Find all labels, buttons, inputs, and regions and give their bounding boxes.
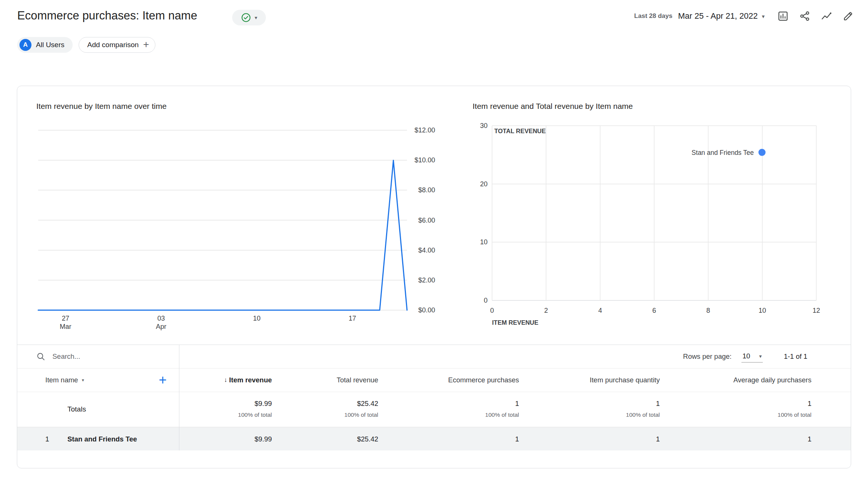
svg-text:4: 4 xyxy=(598,307,602,314)
column-header-ecommerce-purchases[interactable]: Ecommerce purchases xyxy=(448,368,519,392)
insights-icon xyxy=(821,10,832,22)
svg-text:Apr: Apr xyxy=(156,323,166,330)
table-totals-row: Totals $9.99100% of total $25.42100% of … xyxy=(17,392,851,427)
totals-cell-item-purchase-quantity: 1100% of total xyxy=(626,400,660,418)
plus-icon: + xyxy=(143,40,149,50)
column-header-item-revenue[interactable]: ↓ Item revenue xyxy=(224,368,272,392)
column-header-item-purchase-quantity[interactable]: Item purchase quantity xyxy=(590,368,660,392)
svg-text:ITEM REVENUE: ITEM REVENUE xyxy=(492,319,538,326)
sort-descending-icon: ↓ xyxy=(224,376,227,384)
dimension-header-label: Item name xyxy=(45,376,78,384)
svg-text:6: 6 xyxy=(652,307,656,314)
search-icon xyxy=(36,352,46,361)
svg-text:$4.00: $4.00 xyxy=(418,247,435,254)
svg-text:Stan and Friends Tee: Stan and Friends Tee xyxy=(692,149,754,156)
column-header-label: Ecommerce purchases xyxy=(448,376,519,384)
svg-text:$2.00: $2.00 xyxy=(418,276,435,284)
table-controls-row: Rows per page: 10 ▾ 1-1 of 1 xyxy=(17,345,851,369)
table-column-divider xyxy=(179,345,179,450)
comparison-bar: A All Users Add comparison + xyxy=(17,37,155,53)
add-comparison-button[interactable]: Add comparison + xyxy=(79,37,155,53)
check-circle-icon xyxy=(241,12,251,23)
row-cell-item-purchase-quantity: 1 xyxy=(656,427,660,451)
row-cell-item-revenue: $9.99 xyxy=(255,427,272,451)
totals-cell-total-revenue: $25.42100% of total xyxy=(345,400,378,418)
rows-per-page-select[interactable]: 10 ▾ xyxy=(741,351,763,363)
scatter-chart-title: Item revenue and Total revenue by Item n… xyxy=(473,102,633,111)
svg-text:8: 8 xyxy=(706,307,710,314)
column-header-total-revenue[interactable]: Total revenue xyxy=(337,368,378,392)
table-search xyxy=(36,345,154,368)
table-row[interactable]: 1 Stan and Friends Tee $9.99 $25.42 1 1 … xyxy=(17,427,851,450)
comparison-a-badge: A xyxy=(19,39,31,51)
svg-text:Mar: Mar xyxy=(60,323,72,330)
column-header-label: Item revenue xyxy=(229,376,272,384)
svg-text:0: 0 xyxy=(490,307,494,314)
svg-text:$6.00: $6.00 xyxy=(418,217,435,224)
rows-per-page-label: Rows per page: xyxy=(683,352,732,361)
svg-text:10: 10 xyxy=(480,238,488,246)
svg-text:20: 20 xyxy=(480,180,488,188)
data-table: Rows per page: 10 ▾ 1-1 of 1 Item name ▾… xyxy=(17,345,851,450)
page-title: Ecommerce purchases: Item name xyxy=(17,9,197,22)
column-header-item-name[interactable]: Item name ▾ xyxy=(45,368,84,392)
add-dimension-button[interactable]: + xyxy=(159,368,167,392)
chevron-down-icon: ▾ xyxy=(762,13,765,19)
column-header-label: Average daily purchasers xyxy=(734,376,811,384)
svg-text:$12.00: $12.00 xyxy=(415,126,435,134)
column-header-average-daily-purchasers[interactable]: Average daily purchasers xyxy=(734,368,811,392)
line-chart: $0.00$2.00$4.00$6.00$8.00$10.00$12.0027M… xyxy=(37,126,438,331)
row-item-name: Stan and Friends Tee xyxy=(67,427,137,451)
row-range: 1-1 of 1 xyxy=(784,352,807,361)
svg-text:10: 10 xyxy=(253,315,261,322)
share-button[interactable] xyxy=(794,7,816,25)
svg-text:TOTAL REVENUE: TOTAL REVENUE xyxy=(494,128,546,134)
totals-label: Totals xyxy=(67,392,86,427)
chevron-down-icon: ▾ xyxy=(255,15,257,20)
totals-cell-item-revenue: $9.99100% of total xyxy=(238,400,272,418)
date-range-picker[interactable]: Mar 25 - Apr 21, 2022 ▾ xyxy=(678,11,765,21)
svg-text:03: 03 xyxy=(157,315,165,322)
rows-per-page-value: 10 xyxy=(743,352,750,360)
line-chart-title: Item revenue by Item name over time xyxy=(36,102,167,111)
add-comparison-label: Add comparison xyxy=(87,41,139,49)
svg-text:30: 30 xyxy=(480,122,488,129)
svg-text:12: 12 xyxy=(813,307,820,314)
row-cell-total-revenue: $25.42 xyxy=(357,427,378,451)
svg-text:2: 2 xyxy=(544,307,548,314)
report-validity-badge[interactable]: ▾ xyxy=(232,10,266,25)
chevron-down-icon: ▾ xyxy=(82,378,84,382)
svg-text:0: 0 xyxy=(484,297,488,304)
insights-button[interactable] xyxy=(816,7,837,25)
chart-edit-icon xyxy=(777,10,789,22)
comparison-chip-all-users[interactable]: A All Users xyxy=(17,37,73,53)
chevron-down-icon: ▾ xyxy=(759,354,762,359)
date-range-label: Last 28 days xyxy=(634,12,673,20)
customize-chart-button[interactable] xyxy=(772,7,794,25)
column-header-label: Item purchase quantity xyxy=(590,376,660,384)
svg-text:10: 10 xyxy=(759,307,766,314)
search-input[interactable] xyxy=(52,352,154,361)
totals-cell-average-daily-purchasers: 1100% of total xyxy=(778,400,811,418)
edit-report-button[interactable] xyxy=(837,7,859,25)
row-cell-average-daily-purchasers: 1 xyxy=(808,427,811,451)
svg-text:$0.00: $0.00 xyxy=(418,306,435,314)
scatter-chart: 0102030024681012TOTAL REVENUEITEM REVENU… xyxy=(472,122,826,331)
table-pagination: Rows per page: 10 ▾ 1-1 of 1 xyxy=(683,345,807,368)
column-header-label: Total revenue xyxy=(337,376,378,384)
header-actions: Last 28 days Mar 25 - Apr 21, 2022 ▾ xyxy=(634,7,859,25)
svg-text:27: 27 xyxy=(62,315,69,322)
date-range-value: Mar 25 - Apr 21, 2022 xyxy=(678,11,758,21)
row-cell-ecommerce-purchases: 1 xyxy=(515,427,519,451)
svg-text:$10.00: $10.00 xyxy=(415,156,435,164)
share-icon xyxy=(799,10,810,22)
pencil-icon xyxy=(843,10,854,22)
comparison-chip-label: All Users xyxy=(36,41,64,49)
row-index: 1 xyxy=(45,427,49,451)
table-header-row: Item name ▾ + ↓ Item revenue Total reven… xyxy=(17,368,851,392)
svg-text:17: 17 xyxy=(349,315,356,322)
totals-cell-ecommerce-purchases: 1100% of total xyxy=(485,400,519,418)
svg-text:$8.00: $8.00 xyxy=(418,186,435,194)
